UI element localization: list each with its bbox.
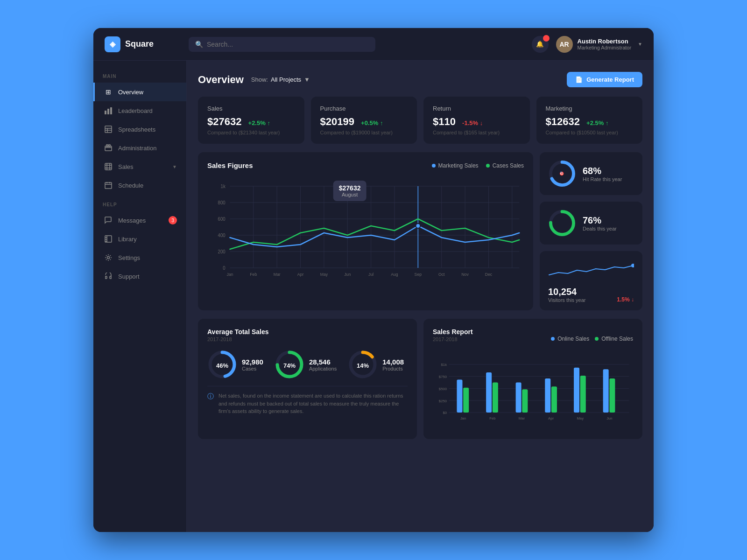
- svg-text:$250: $250: [439, 399, 447, 403]
- svg-text:Feb: Feb: [489, 416, 495, 420]
- sidebar-label-schedule: Schedule: [118, 182, 143, 189]
- offline-sales-legend: Offline Sales: [595, 336, 633, 342]
- sidebar-item-schedule[interactable]: Schedule: [93, 176, 186, 195]
- svg-text:$0: $0: [443, 411, 447, 415]
- sidebar-item-overview[interactable]: ⊞ Overview: [93, 83, 186, 101]
- filter-value: All Projects: [271, 76, 301, 83]
- sidebar-label-sales: Sales: [118, 163, 134, 170]
- svg-rect-95: [551, 386, 557, 413]
- svg-rect-9: [106, 145, 108, 147]
- sidebar: MAIN ⊞ Overview Leaderboard Spreadsheets: [93, 61, 187, 532]
- online-sales-legend: Online Sales: [551, 336, 589, 342]
- filter-chevron-icon: ▼: [304, 76, 310, 83]
- svg-text:Jun: Jun: [344, 272, 351, 277]
- sidebar-label-support: Support: [118, 273, 140, 280]
- svg-text:46%: 46%: [216, 362, 228, 369]
- hit-rate-pct: 68%: [583, 166, 622, 176]
- hit-rate-card: 🎯 68% Hit Rate this year: [540, 152, 642, 195]
- stat-label-return: Return: [433, 105, 521, 112]
- svg-text:Jan: Jan: [226, 272, 233, 277]
- support-icon: [104, 272, 113, 280]
- sales-report-card: Sales Report 2017-2018 Online Sales Offl…: [423, 319, 642, 439]
- document-icon: 📄: [575, 76, 583, 83]
- cases-num: 92,980: [242, 358, 263, 366]
- visitor-line-svg: [548, 259, 634, 282]
- sidebar-item-spreadsheets[interactable]: Spreadsheets: [93, 120, 186, 139]
- sidebar-item-settings[interactable]: Settings: [93, 248, 186, 267]
- return-change: -1.5% ↓: [462, 119, 483, 126]
- svg-text:Jun: Jun: [606, 416, 612, 420]
- online-sales-dot: [551, 337, 555, 341]
- sidebar-item-leaderboard[interactable]: Leaderboard: [93, 101, 186, 120]
- sidebar-label-messages: Messages: [118, 217, 146, 224]
- app-window: ◈ Square 🔍 🔔 AR Austin Robertson Marketi…: [93, 28, 654, 532]
- visitors-card: 10,254 Visitors this year 1.5% ↓: [540, 251, 642, 310]
- stats-grid: Sales $27632 +2.5% ↑ Compared to ($21340…: [198, 97, 642, 144]
- svg-text:Feb: Feb: [250, 272, 257, 277]
- sales-report-title: Sales Report: [433, 328, 473, 336]
- user-details: Austin Robertson Marketing Administrator: [578, 38, 632, 50]
- stat-value-return: $110 -1.5% ↓: [433, 116, 521, 128]
- main-layout: MAIN ⊞ Overview Leaderboard Spreadsheets: [93, 61, 654, 532]
- page-header: Overview Show: All Projects ▼ 📄 Generate…: [198, 72, 642, 87]
- administration-icon: [104, 144, 113, 152]
- page-title-area: Overview Show: All Projects ▼: [198, 74, 310, 86]
- sidebar-item-support[interactable]: Support: [93, 267, 186, 286]
- search-bar[interactable]: 🔍: [189, 37, 375, 52]
- sidebar-item-messages[interactable]: Messages 3: [93, 211, 186, 230]
- sidebar-label-overview: Overview: [118, 89, 143, 96]
- svg-text:1k: 1k: [221, 184, 226, 189]
- logo-text: Square: [125, 39, 154, 49]
- svg-rect-2: [110, 107, 112, 114]
- page-title: Overview: [198, 74, 244, 86]
- messages-badge: 3: [169, 216, 177, 224]
- stat-value-purchase: $20199 +0.5% ↑: [320, 116, 408, 128]
- svg-point-25: [107, 257, 110, 259]
- user-name: Austin Robertson: [578, 38, 632, 45]
- cases-label: Cases: [242, 366, 263, 371]
- sidebar-label-administration: Administration: [118, 145, 156, 152]
- notification-button[interactable]: 🔔: [532, 36, 549, 53]
- charts-row: Sales Figures Marketing Sales Cases Sale…: [198, 152, 642, 310]
- search-input[interactable]: [207, 41, 369, 48]
- visitor-info: 10,254 Visitors this year: [548, 287, 586, 303]
- logo: ◈ Square: [105, 36, 189, 52]
- marketing-sales-dot: [432, 164, 436, 168]
- svg-text:Sep: Sep: [415, 272, 422, 277]
- stat-value-sales: $27632 +2.5% ↑: [207, 116, 295, 128]
- sales-report-title-area: Sales Report 2017-2018: [433, 328, 473, 350]
- info-icon: ⓘ: [207, 392, 214, 401]
- bar-chart-svg: $1k $750 $500 $250 $0: [433, 355, 633, 430]
- sidebar-item-library[interactable]: Library: [93, 230, 186, 248]
- stat-card-sales: Sales $27632 +2.5% ↑ Compared to ($21340…: [198, 97, 304, 144]
- svg-rect-11: [105, 163, 112, 170]
- user-role: Marketing Administrator: [578, 45, 632, 50]
- show-filter[interactable]: Show: All Projects ▼: [251, 76, 310, 83]
- search-icon: 🔍: [195, 41, 203, 48]
- svg-text:May: May: [577, 416, 584, 420]
- avg-sales-title: Average Total Sales: [207, 328, 408, 336]
- user-profile[interactable]: AR Austin Robertson Marketing Administra…: [556, 36, 642, 53]
- bar-chart-legend: Online Sales Offline Sales: [551, 336, 633, 342]
- marketing-amount: $12632: [546, 116, 580, 127]
- sidebar-item-administration[interactable]: Administration: [93, 139, 186, 157]
- products-label: Products: [382, 366, 404, 371]
- svg-rect-3: [105, 126, 112, 133]
- stat-card-return: Return $110 -1.5% ↓ Compared to ($165 la…: [423, 97, 530, 144]
- sidebar-item-sales[interactable]: Sales ▼: [93, 157, 186, 176]
- cases-sales-label: Cases Sales: [493, 162, 524, 169]
- spreadsheets-icon: [104, 125, 113, 133]
- stat-card-marketing: Marketing $12632 +2.5% ↑ Compared to ($1…: [536, 97, 643, 144]
- cases-sales-dot: [486, 164, 490, 168]
- stat-label-purchase: Purchase: [320, 105, 408, 112]
- sales-report-header: Sales Report 2017-2018 Online Sales Offl…: [433, 328, 633, 350]
- bell-icon: 🔔: [536, 41, 544, 48]
- deals-card: 76% Deals this year: [540, 202, 642, 245]
- donut-products: 14% 14,008 Products: [348, 350, 404, 379]
- filter-label: Show:: [251, 76, 268, 83]
- svg-rect-88: [457, 380, 462, 413]
- info-box: ⓘ Net sales, found on the income stateme…: [207, 386, 408, 415]
- svg-rect-93: [522, 389, 528, 413]
- legend-cases-sales: Cases Sales: [486, 162, 524, 169]
- generate-report-button[interactable]: 📄 Generate Report: [567, 72, 642, 87]
